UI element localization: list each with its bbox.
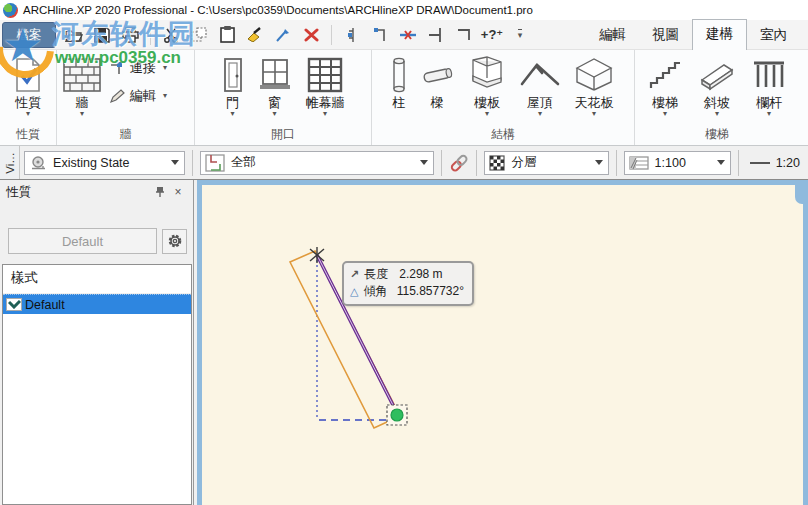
chevron-down-icon: ▾	[323, 110, 327, 118]
app-logo-icon	[3, 3, 18, 18]
tab-edit[interactable]: 編輯	[586, 21, 639, 50]
copy-icon[interactable]	[187, 23, 211, 47]
endpoint-node	[391, 409, 403, 421]
chevron-down-icon	[167, 152, 184, 174]
wall-brick-icon	[63, 55, 101, 95]
wall-edit-button[interactable]: 編輯 ▾	[109, 87, 167, 105]
delete-icon[interactable]	[299, 23, 323, 47]
settings-button[interactable]	[162, 229, 187, 254]
group-label: 樓梯	[635, 126, 799, 145]
chevron-down-icon: ▾	[592, 110, 596, 118]
ramp-button[interactable]: 斜坡 ▾	[696, 53, 738, 120]
ceiling-button[interactable]: 天花板 ▾	[571, 53, 617, 120]
close-icon[interactable]: ×	[169, 183, 187, 201]
tape-measure-icon	[25, 155, 47, 171]
chevron-down-icon: ▾	[715, 110, 719, 118]
format-painter-icon[interactable]	[243, 23, 267, 47]
drawing-area[interactable]: ↗ 長度 2.298 m △ 傾角 115.857732°	[202, 185, 803, 505]
door-button[interactable]: 門 ▾	[220, 53, 246, 120]
file-menu-button[interactable]: 檔案	[2, 22, 56, 48]
length-row: ↗ 長度 2.298 m	[350, 266, 464, 283]
list-item-default[interactable]: Default	[3, 294, 191, 314]
collapsed-panel-tab[interactable]: Vi…	[0, 146, 20, 179]
chevron-down-icon	[416, 152, 433, 174]
toolbar-icons: +?⁺ ▾	[62, 23, 532, 47]
snap-break-icon[interactable]	[396, 23, 420, 47]
group-label: 牆	[57, 126, 194, 145]
cut-icon[interactable]	[159, 23, 183, 47]
curtain-wall-button[interactable]: 帷幕牆 ▾	[304, 53, 347, 120]
corner-icon[interactable]	[452, 23, 476, 47]
chevron-down-icon: ▾	[26, 110, 30, 118]
canvas-corner-widget[interactable]	[795, 180, 808, 204]
open-folder-icon[interactable]	[62, 23, 86, 47]
group-label: 性質	[0, 126, 56, 145]
print-icon[interactable]	[118, 23, 142, 47]
chevron-down-icon: ▾	[163, 64, 167, 72]
style-list-header: 樣式	[3, 265, 191, 294]
roof-button[interactable]: 屋頂 ▾	[518, 53, 562, 120]
line-scale-selector[interactable]: 1:20	[742, 156, 808, 170]
chevron-down-icon: ▾	[663, 110, 667, 118]
length-arrow-icon: ↗	[350, 266, 359, 283]
drawing-canvas[interactable]: ↗ 長度 2.298 m △ 傾角 115.857732°	[197, 180, 808, 505]
tab-interior[interactable]: 室內	[747, 21, 800, 50]
separator	[331, 25, 332, 45]
separator	[616, 150, 617, 176]
column-button[interactable]: 柱	[389, 53, 409, 112]
pencil-icon	[109, 89, 125, 104]
link-button[interactable]	[445, 150, 474, 176]
wall-button[interactable]: 牆 ▾	[61, 53, 103, 120]
snap-node-icon[interactable]	[340, 23, 364, 47]
chevron-down-icon: ▾	[230, 110, 234, 118]
snap-perpendicular-icon[interactable]	[368, 23, 392, 47]
quick-access-toolbar: 檔案 +?⁺ ▾ 編輯 視圖 建構 室內	[0, 20, 808, 50]
angle-row: △ 傾角 115.857732°	[350, 283, 464, 300]
line-weight-icon	[750, 162, 770, 164]
beam-button[interactable]: 樑	[418, 53, 456, 112]
group-wall: 牆 ▾ 連接 ▾ 編輯 ▾ 牆	[57, 50, 195, 145]
ribbon: 性質 ▾ 性質 牆 ▾ 連接 ▾	[0, 50, 808, 146]
group-stair: 樓梯 ▾ 斜坡 ▾ 欄杆 ▾ 樓梯	[635, 50, 799, 145]
curtain-wall-icon	[307, 55, 343, 95]
group-opening: 門 ▾ 窗 ▾ 帷幕牆 ▾ 開口	[195, 50, 372, 145]
snap-endpoint-icon[interactable]	[424, 23, 448, 47]
eyedropper-icon[interactable]	[271, 23, 295, 47]
wall-connect-button[interactable]: 連接 ▾	[109, 59, 167, 77]
state-selector[interactable]: Existing State	[24, 151, 185, 175]
window-button[interactable]: 窗 ▾	[256, 53, 294, 120]
scale-bar-icon	[625, 154, 649, 172]
floorplan-icon	[201, 154, 225, 172]
scale-selector[interactable]: 1:100	[624, 151, 731, 175]
panel-title: 性質	[6, 184, 151, 201]
properties-button[interactable]: 性質 ▾	[11, 53, 45, 120]
save-icon[interactable]	[90, 23, 114, 47]
separator	[476, 150, 477, 176]
column-icon	[391, 55, 407, 95]
wall-drawing	[202, 185, 800, 500]
beam-icon	[420, 55, 454, 95]
chevron-down-icon	[591, 152, 608, 174]
panel-header: 性質 ×	[0, 180, 193, 204]
tab-build[interactable]: 建構	[692, 19, 747, 50]
gear-icon	[167, 233, 183, 249]
stair-button[interactable]: 樓梯 ▾	[646, 53, 684, 120]
chevron-down-icon: ▾	[485, 110, 489, 118]
door-icon	[222, 55, 244, 95]
angle-triangle-icon: △	[350, 283, 358, 300]
slab-button[interactable]: 樓板 ▾	[465, 53, 509, 120]
style-default-button[interactable]: Default	[8, 228, 157, 254]
properties-panel: 性質 × Default 樣式 Default	[0, 180, 194, 505]
tab-view[interactable]: 視圖	[639, 21, 692, 50]
toolbar-overflow-icon[interactable]: ▾	[508, 23, 532, 47]
floorplan-selector[interactable]: 全部	[200, 151, 434, 175]
properties-doc-icon	[13, 55, 43, 95]
start-point-marker	[310, 247, 324, 263]
measure-query-icon[interactable]: +?⁺	[480, 23, 504, 47]
pin-icon[interactable]	[151, 183, 169, 201]
ribbon-tabs: 編輯 視圖 建構 室內	[586, 22, 800, 50]
paste-icon[interactable]	[215, 23, 239, 47]
layer-selector[interactable]: 分層	[484, 151, 608, 175]
railing-button[interactable]: 欄杆 ▾	[750, 53, 788, 120]
group-properties: 性質 ▾ 性質	[0, 50, 57, 145]
